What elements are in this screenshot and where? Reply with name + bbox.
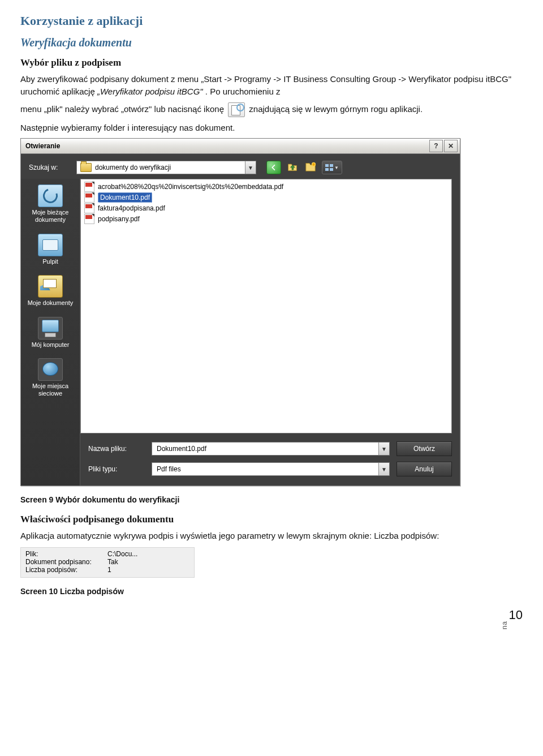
text-italic: „Weryfikator podpisu itBCG"	[97, 87, 203, 96]
recent-icon	[38, 184, 63, 207]
heading-subsection-2: Właściwości podpisanego dokumentu	[20, 514, 523, 525]
lookin-combo[interactable]: dokumenty do weryfikacji ▼	[76, 161, 256, 174]
place-network[interactable]: Moje miejsca sieciowe	[21, 355, 80, 400]
chevron-down-icon[interactable]: ▼	[378, 463, 389, 475]
lookin-value: dokumenty do weryfikacji	[95, 164, 171, 171]
list-item[interactable]: faktura4podpisana.pdf	[84, 203, 448, 213]
filename-value: Dokument10.pdf	[157, 445, 206, 453]
place-desktop[interactable]: Pulpit	[21, 230, 80, 269]
place-recent[interactable]: Moje bieżące dokumenty	[21, 181, 80, 226]
figure-caption-1: Screen 9 Wybór dokumentu do weryfikacji	[20, 494, 523, 505]
heading-subsection-1: Wybór pliku z podpisem	[20, 57, 523, 68]
dialog-title: Otwieranie	[25, 142, 60, 150]
paragraph-3: Następnie wybieramy folder i interesując…	[20, 122, 523, 134]
page-number: Strona10	[484, 608, 523, 622]
prop-count-label: Liczba podpisów:	[25, 566, 107, 574]
filetype-value: Pdf files	[157, 465, 181, 473]
open-button[interactable]: Otwórz	[397, 441, 452, 456]
file-list-pane[interactable]: acrobat%208%20qs%20inviscertsig%20ts%20e…	[80, 179, 452, 433]
pdf-icon	[84, 214, 94, 224]
prop-count-value: 1	[107, 566, 111, 574]
place-label: Moje miejsca sieciowe	[23, 383, 77, 397]
prop-signed-value: Tak	[107, 558, 118, 566]
open-file-icon	[228, 102, 245, 117]
nav-view-button[interactable]: ▼	[322, 161, 342, 174]
file-name: acrobat%208%20qs%20inviscertsig%20ts%20e…	[98, 183, 283, 191]
paragraph-4: Aplikacja automatycznie wykrywa podpis i…	[20, 530, 523, 542]
place-mydocs[interactable]: Moje dokumenty	[21, 272, 80, 310]
page-num-value: 10	[509, 608, 523, 622]
text: znajdującą się w lewym górnym rogu aplik…	[249, 104, 423, 113]
filename-combo[interactable]: Dokument10.pdf ▼	[152, 442, 390, 456]
figure-caption-2: Screen 10 Liczba podpisów	[20, 586, 523, 597]
text: menu „plik" należy wybrać „otwórz" lub n…	[20, 104, 226, 113]
text: . Po uruchomieniu z	[205, 87, 281, 96]
nav-new-folder-button[interactable]	[304, 161, 317, 173]
chevron-down-icon: ▼	[334, 165, 339, 170]
place-label: Moje bieżące dokumenty	[23, 209, 77, 223]
file-name: Dokument10.pdf	[98, 192, 152, 203]
place-label: Mój komputer	[32, 341, 70, 349]
lookin-label: Szukaj w:	[29, 164, 71, 171]
properties-panel: Plik: C:\Docu... Dokument podpisano: Tak…	[20, 547, 195, 578]
filetype-combo[interactable]: Pdf files ▼	[152, 462, 390, 476]
chevron-down-icon[interactable]: ▼	[245, 161, 256, 174]
heading-section: Weryfikacja dokumentu	[20, 36, 523, 49]
paragraph-1: Aby zweryfikować podpisany dokument z me…	[20, 73, 523, 98]
nav-back-button[interactable]	[266, 161, 281, 174]
chevron-down-icon[interactable]: ▼	[378, 443, 389, 455]
folder-icon	[80, 163, 92, 172]
file-name: podpisany.pdf	[98, 215, 140, 223]
documents-icon	[38, 275, 63, 298]
places-bar: Moje bieżące dokumenty Pulpit Moje dokum…	[21, 179, 80, 486]
place-label: Pulpit	[42, 258, 58, 265]
network-icon	[38, 358, 63, 381]
nav-up-button[interactable]	[286, 161, 299, 173]
desktop-icon	[38, 234, 63, 256]
computer-icon	[38, 317, 63, 340]
filename-label: Nazwa pliku:	[88, 445, 145, 453]
place-computer[interactable]: Mój komputer	[21, 313, 80, 352]
pdf-icon	[84, 203, 94, 213]
prop-file-value: C:\Docu...	[107, 550, 137, 558]
page-side-label: Strona	[501, 621, 509, 629]
pdf-icon	[84, 192, 94, 203]
list-item[interactable]: acrobat%208%20qs%20inviscertsig%20ts%20e…	[84, 182, 448, 192]
close-button[interactable]: ✕	[444, 140, 458, 152]
grid-icon	[325, 164, 333, 171]
list-item[interactable]: Dokument10.pdf	[84, 192, 448, 203]
pdf-icon	[84, 182, 94, 192]
file-name: faktura4podpisana.pdf	[98, 204, 165, 212]
list-item[interactable]: podpisany.pdf	[84, 214, 448, 224]
dialog-titlebar: Otwieranie ? ✕	[21, 139, 460, 154]
filetype-label: Pliki typu:	[88, 465, 145, 473]
help-button[interactable]: ?	[429, 140, 443, 152]
paragraph-2: menu „plik" należy wybrać „otwórz" lub n…	[20, 102, 523, 117]
prop-file-label: Plik:	[25, 550, 107, 558]
place-label: Moje dokumenty	[28, 299, 74, 307]
prop-signed-label: Dokument podpisano:	[25, 558, 107, 566]
cancel-button[interactable]: Anuluj	[397, 462, 452, 476]
open-dialog: Otwieranie ? ✕ Szukaj w: dokumenty do we…	[20, 138, 460, 486]
heading-main: Korzystanie z aplikacji	[20, 14, 523, 28]
